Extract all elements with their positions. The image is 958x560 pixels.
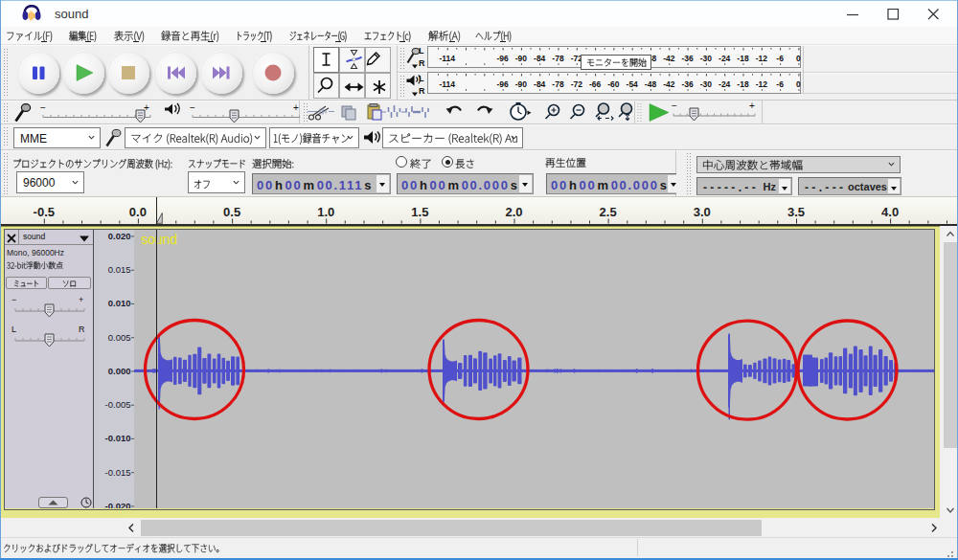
svg-text:-30: -30 xyxy=(700,79,713,89)
svg-text:0.020: 0.020 xyxy=(108,231,131,241)
svg-text:-0.015: -0.015 xyxy=(105,467,131,478)
svg-text:3.5: 3.5 xyxy=(787,205,805,219)
svg-text:−: − xyxy=(11,295,16,304)
svg-text:0.0: 0.0 xyxy=(129,205,147,219)
svg-text:L: L xyxy=(11,325,16,334)
svg-text:-0.010: -0.010 xyxy=(105,433,131,443)
svg-text:-0.5: -0.5 xyxy=(34,205,55,219)
svg-text:-54: -54 xyxy=(627,79,639,89)
svg-text:−: − xyxy=(40,102,46,113)
svg-text:-42: -42 xyxy=(663,79,675,89)
svg-text:3.0: 3.0 xyxy=(694,205,711,219)
svg-text:2.5: 2.5 xyxy=(600,205,617,219)
svg-text:0.015: 0.015 xyxy=(108,264,131,275)
svg-text:-78: -78 xyxy=(552,79,564,89)
svg-text:0.000: 0.000 xyxy=(108,366,131,376)
svg-text:0.005: 0.005 xyxy=(108,332,131,343)
svg-text:-42: -42 xyxy=(663,54,675,63)
svg-text:-78: -78 xyxy=(552,54,564,63)
svg-text:-60: -60 xyxy=(607,79,620,89)
svg-text:-0.020: -0.020 xyxy=(105,501,131,508)
svg-text:-84: -84 xyxy=(534,79,546,89)
svg-text:-96: -96 xyxy=(496,54,509,63)
svg-text:0: 0 xyxy=(796,79,801,89)
svg-text:0.010: 0.010 xyxy=(108,298,131,308)
svg-text:-66: -66 xyxy=(589,79,602,89)
svg-text:-36: -36 xyxy=(681,79,694,89)
svg-text:1.0: 1.0 xyxy=(317,205,334,219)
svg-text:−: − xyxy=(190,102,195,113)
svg-text:0.5: 0.5 xyxy=(223,205,240,219)
svg-text:-12: -12 xyxy=(756,79,768,89)
svg-text:-18: -18 xyxy=(737,79,749,89)
svg-text:-90: -90 xyxy=(515,54,528,63)
svg-text:1.5: 1.5 xyxy=(411,205,428,219)
svg-text:-24: -24 xyxy=(718,54,731,63)
svg-text:-18: -18 xyxy=(737,54,749,63)
svg-text:-114: -114 xyxy=(439,79,455,89)
svg-text:-36: -36 xyxy=(681,54,694,63)
svg-text:R: R xyxy=(79,325,85,334)
svg-text:−: − xyxy=(672,101,677,111)
svg-text:-6: -6 xyxy=(776,79,784,89)
svg-text:0: 0 xyxy=(796,54,801,63)
svg-text:-0.005: -0.005 xyxy=(105,399,131,410)
svg-text:-72: -72 xyxy=(571,79,583,89)
svg-text:+: + xyxy=(293,102,299,113)
svg-text:2.0: 2.0 xyxy=(505,205,522,219)
svg-text:+: + xyxy=(79,295,83,304)
svg-text:-114: -114 xyxy=(439,54,455,63)
svg-text:-84: -84 xyxy=(534,54,546,63)
svg-text:-96: -96 xyxy=(496,79,509,89)
svg-text:-30: -30 xyxy=(700,54,713,63)
svg-text:-12: -12 xyxy=(756,54,768,63)
svg-text:-48: -48 xyxy=(645,79,657,89)
svg-text:4.0: 4.0 xyxy=(881,205,899,219)
svg-text:-24: -24 xyxy=(718,79,731,89)
svg-text:-6: -6 xyxy=(776,54,784,63)
svg-text:-90: -90 xyxy=(515,79,528,89)
svg-text:+: + xyxy=(749,101,755,111)
